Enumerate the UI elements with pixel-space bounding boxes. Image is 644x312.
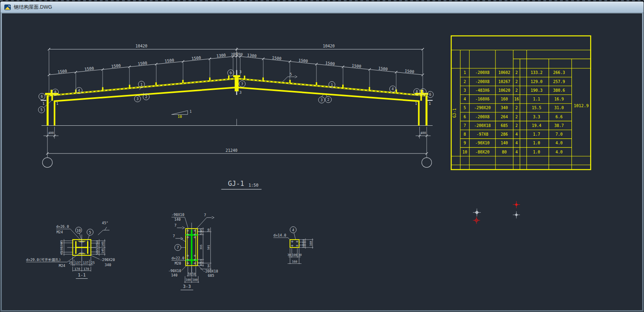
bom-cell: -80X20 <box>475 150 490 154</box>
detail-label: 1-1 <box>78 272 86 278</box>
dim-label: 50 <box>302 245 305 248</box>
window-titlebar[interactable]: 钢结构屋面.DWG <box>0 2 644 13</box>
callout-bubble: 3 <box>134 96 141 102</box>
bom-cell: -200X18 <box>474 123 491 128</box>
dim-label: 50 <box>192 272 196 276</box>
callout-number: 4 <box>392 87 394 91</box>
section-mark-label: 1 <box>42 102 44 106</box>
dim-label: 53 <box>200 231 203 234</box>
bom-cell: 4 <box>515 141 518 145</box>
bom-cell: -290X20 <box>474 106 491 110</box>
bom-row: 3 -483X6 10620 2 190.3 380.6 <box>464 88 565 93</box>
bom-cell: 4 <box>515 132 518 136</box>
weld-number: 7 <box>174 223 176 227</box>
bom-cell: 140 <box>501 141 508 145</box>
callout-number: 7 <box>241 82 243 86</box>
section-mark-label: 1 <box>56 102 58 106</box>
callout-number: 2 <box>145 95 147 99</box>
callout-number: 3 <box>320 98 322 102</box>
plate-note: -90X10 <box>168 269 181 273</box>
dim-label: 400 <box>48 131 54 135</box>
bom-cell: 6.6 <box>556 115 563 119</box>
bom-cell: 286 <box>501 132 508 136</box>
bom-row: 2 -200X8 10267 2 129.0 257.9 <box>464 79 565 84</box>
bolt-note: M24 <box>59 264 65 268</box>
bom-cell: 685 <box>501 123 508 128</box>
callout-bubble: 5 <box>87 229 93 235</box>
callout-bubble: 4 <box>390 86 396 92</box>
section-mark-label: 3 <box>240 70 242 74</box>
bom-cell: -483X6 <box>475 88 490 93</box>
window-title: 钢结构屋面.DWG <box>14 4 52 11</box>
bom-cell: 9 <box>464 141 466 145</box>
callout-number: 2 <box>327 98 329 102</box>
callout-bubble: 2 <box>325 96 332 103</box>
callout-number: 1 <box>140 83 142 87</box>
bom-cell: 31.0 <box>554 106 564 110</box>
dim-label: 21240 <box>226 148 238 153</box>
dim-label: 50 <box>207 229 210 232</box>
grid-bubble-right <box>422 158 432 168</box>
drawing-scale: 1:50 <box>248 183 258 187</box>
callout-number: 9 <box>230 71 232 75</box>
point-markers <box>473 201 520 224</box>
bom-table: GJ-1 1012.9 1 -200X8 10602 2 133.2 266.3… <box>451 36 591 170</box>
dim-label: 145 <box>101 242 105 247</box>
bom-cell: 10267 <box>498 79 510 84</box>
bom-cell: 2 <box>464 79 466 84</box>
bom-cell: 129.0 <box>531 79 543 84</box>
callout-bubble: 5 <box>38 107 45 113</box>
bom-cell: -200X8 <box>475 79 490 84</box>
callout-number: 5 <box>40 108 42 112</box>
bom-cell: 264 <box>501 115 508 119</box>
bom-row: 10 -80X20 80 4 1.0 4.0 <box>463 150 563 154</box>
dim-label: 95 <box>95 248 99 251</box>
bom-cell: 257.9 <box>553 79 565 84</box>
plate-note: 340 <box>105 263 111 267</box>
dim-label: 100 <box>292 253 297 257</box>
callout-number: 8 <box>416 90 418 94</box>
bom-cell: 4.0 <box>556 150 563 154</box>
dim-label: 50 <box>95 240 99 244</box>
drawing-title: GJ-1 1:50 <box>221 180 262 189</box>
dim-label: 137 <box>75 261 81 265</box>
dim-label: 25 <box>91 261 95 265</box>
bolt-note: M20 <box>175 261 181 265</box>
bolt-note: M24 <box>57 230 63 234</box>
bolt-note: d=22.0 <box>171 256 184 260</box>
plate-note: 140 <box>174 217 181 221</box>
callout-number: 10 <box>76 229 81 233</box>
callout-number: 7 <box>177 246 179 250</box>
section-mark-label: 1 <box>415 102 417 106</box>
bom-cell: 133.2 <box>531 70 543 75</box>
dim-label: 501 <box>207 245 210 250</box>
cad-viewer-window: 钢结构屋面.DWG <box>0 1 644 312</box>
bom-cell: 1 <box>464 70 466 75</box>
dim-label: 100 <box>192 278 198 282</box>
slope-rise-label: 1 <box>190 110 192 113</box>
purlin-note-label: 5 <box>290 72 292 76</box>
dim-label: 400 <box>420 131 426 135</box>
point-marker-gray <box>513 211 520 218</box>
dim-label: 94 <box>207 264 210 267</box>
angle-label: 45° <box>102 221 108 225</box>
dim-label: 53 <box>200 259 203 263</box>
dim-label: 10420 <box>323 44 335 48</box>
dim-label: 170 <box>84 267 90 271</box>
callout-number: 1 <box>331 83 333 87</box>
point-marker-red <box>473 217 480 224</box>
bom-cell: 3.3 <box>533 115 540 119</box>
section-mark-label: 3 <box>240 91 242 95</box>
dim-label: 95 <box>95 244 99 247</box>
dim-label: 50 <box>188 272 192 276</box>
point-marker-gray <box>473 208 481 216</box>
bom-cell: -200X8 <box>475 115 490 119</box>
dim-label: 145 <box>101 248 105 253</box>
callout-number: 6 <box>41 95 43 98</box>
bom-cell: 2 <box>515 88 518 93</box>
detail-1-1: 45 100 100 45 50 95 95 50 145 145 25 137… <box>26 221 115 278</box>
callout-number: 5 <box>422 90 424 94</box>
dim-label: 30 <box>288 253 292 257</box>
drawing-canvas[interactable]: 10420 10420 21240 400 400 1500 1500 1500… <box>2 13 642 310</box>
bom-cell: 10 <box>463 150 467 154</box>
